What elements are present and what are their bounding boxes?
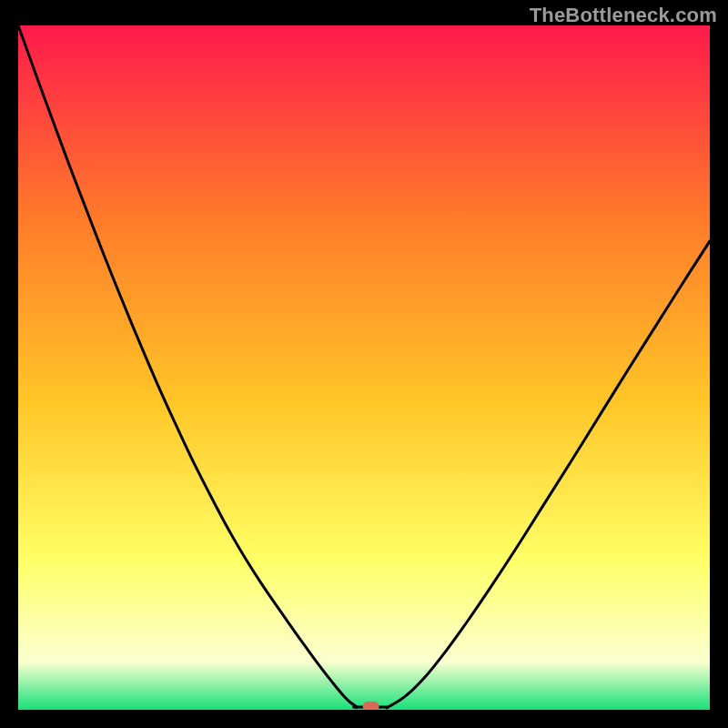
notch-marker [363, 702, 379, 710]
gradient-background [18, 25, 710, 710]
chart-container: TheBottleneck.com [0, 0, 728, 728]
plot-area [18, 25, 710, 710]
watermark-text: TheBottleneck.com [530, 4, 717, 27]
chart-svg [18, 25, 710, 710]
